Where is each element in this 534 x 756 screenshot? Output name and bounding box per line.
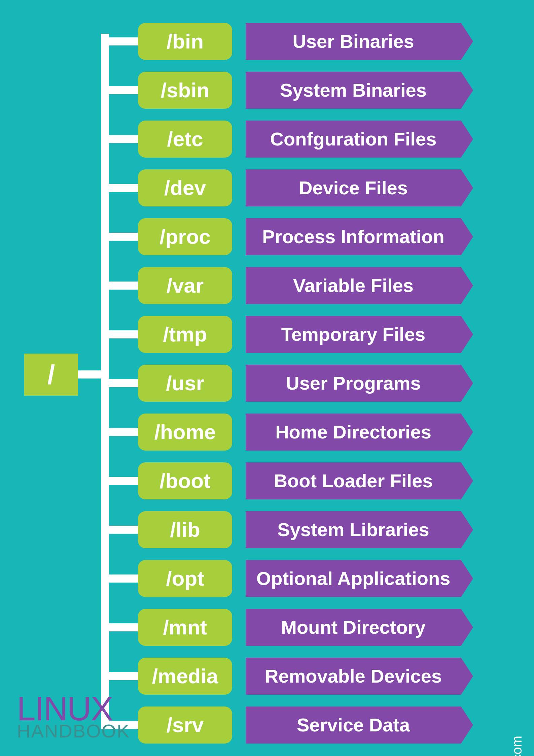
directory-path-node: /lib — [138, 511, 232, 548]
brand-logo: LINUX HANDBOOK — [17, 694, 130, 739]
directory-description-label: Temporary Files — [281, 323, 425, 345]
directory-row: /bootBoot Loader Files — [101, 456, 464, 505]
directory-row: /homeHome Directories — [101, 407, 464, 456]
brand-line2: HANDBOOK — [17, 723, 130, 739]
tree-branch — [101, 282, 138, 290]
directory-description-node: Temporary Files — [246, 316, 461, 353]
directory-path-node: /bin — [138, 23, 232, 60]
directory-description-label: Process Information — [262, 226, 444, 248]
directory-path-label: /var — [167, 273, 204, 297]
directory-description-label: Variable Files — [293, 274, 414, 296]
root-directory-label: / — [47, 359, 55, 390]
brand-line1: LINUX — [17, 694, 130, 723]
directory-description-node: Home Directories — [246, 414, 461, 451]
directory-row: /mntMount Directory — [101, 603, 464, 652]
directory-description-label: User Binaries — [292, 30, 414, 52]
directory-row: /etcConfguration Files — [101, 114, 464, 163]
directory-path-node: /sbin — [138, 72, 232, 109]
source-url: linuxhandbook.com — [509, 736, 525, 756]
directory-description-label: User Programs — [286, 372, 421, 394]
directory-description-label: Device Files — [299, 177, 408, 199]
directory-row: /usrUser Programs — [101, 359, 464, 407]
directory-row: /srvService Data — [101, 700, 464, 749]
directory-path-label: /bin — [167, 29, 204, 53]
directory-path-label: /media — [152, 664, 218, 688]
tree-branch — [101, 574, 138, 583]
directory-path-node: /proc — [138, 218, 232, 255]
directory-description-node: User Programs — [246, 365, 461, 402]
tree-branch — [101, 330, 138, 338]
directory-description-node: Service Data — [246, 706, 461, 744]
directory-description-label: Home Directories — [275, 421, 431, 443]
directory-description-label: Removable Devices — [265, 665, 442, 687]
directory-rows: /binUser Binaries/sbinSystem Binaries/et… — [101, 17, 464, 749]
directory-path-label: /home — [154, 420, 216, 444]
tree-branch — [101, 37, 138, 45]
directory-row: /varVariable Files — [101, 261, 464, 310]
directory-path-node: /srv — [138, 706, 232, 744]
directory-path-node: /media — [138, 658, 232, 695]
directory-path-node: /opt — [138, 560, 232, 597]
directory-path-label: /boot — [159, 469, 211, 493]
directory-path-label: /mnt — [163, 615, 207, 639]
tree-branch — [101, 233, 138, 241]
directory-description-node: System Libraries — [246, 511, 461, 548]
directory-path-node: /usr — [138, 365, 232, 402]
directory-path-node: /mnt — [138, 609, 232, 646]
root-directory-node: / — [24, 354, 78, 396]
directory-description-label: Service Data — [297, 714, 410, 736]
directory-description-label: System Libraries — [277, 519, 429, 540]
directory-description-node: Boot Loader Files — [246, 462, 461, 499]
directory-path-label: /opt — [166, 566, 204, 590]
directory-row: /binUser Binaries — [101, 17, 464, 66]
directory-row: /procProcess Information — [101, 212, 464, 261]
directory-row: /devDevice Files — [101, 163, 464, 212]
tree-branch — [101, 428, 138, 436]
directory-path-label: /srv — [167, 713, 204, 737]
directory-description-label: Mount Directory — [281, 616, 425, 638]
directory-description-node: Device Files — [246, 169, 461, 206]
directory-row: /sbinSystem Binaries — [101, 66, 464, 114]
directory-path-label: /dev — [164, 176, 206, 200]
directory-row: /libSystem Libraries — [101, 505, 464, 554]
directory-description-label: Confguration Files — [270, 128, 437, 150]
directory-description-node: User Binaries — [246, 23, 461, 60]
tree-branch — [101, 526, 138, 534]
directory-path-node: /tmp — [138, 316, 232, 353]
directory-path-node: /etc — [138, 121, 232, 158]
directory-description-label: System Binaries — [280, 79, 427, 101]
directory-path-label: /etc — [167, 127, 203, 151]
directory-path-label: /sbin — [161, 78, 210, 102]
directory-description-node: Confguration Files — [246, 121, 461, 158]
tree-branch — [101, 477, 138, 485]
directory-path-node: /dev — [138, 169, 232, 206]
directory-row: /tmpTemporary Files — [101, 310, 464, 359]
directory-description-node: Optional Applications — [246, 560, 461, 597]
directory-description-node: System Binaries — [246, 72, 461, 109]
directory-description-node: Mount Directory — [246, 609, 461, 646]
directory-path-label: /proc — [159, 225, 211, 249]
directory-description-node: Process Information — [246, 218, 461, 255]
directory-path-label: /usr — [166, 371, 204, 395]
directory-path-node: /var — [138, 267, 232, 304]
tree-branch — [101, 623, 138, 631]
tree-branch — [101, 135, 138, 143]
directory-description-node: Removable Devices — [246, 658, 461, 695]
directory-path-label: /tmp — [163, 322, 207, 346]
directory-path-node: /boot — [138, 462, 232, 499]
directory-description-label: Boot Loader Files — [274, 470, 433, 492]
directory-path-label: /lib — [170, 518, 200, 541]
tree-branch — [101, 379, 138, 387]
directory-description-label: Optional Applications — [256, 567, 451, 589]
tree-branch — [101, 672, 138, 680]
directory-description-node: Variable Files — [246, 267, 461, 304]
directory-path-node: /home — [138, 414, 232, 451]
tree-branch — [101, 86, 138, 94]
directory-row: /mediaRemovable Devices — [101, 652, 464, 700]
directory-row: /optOptional Applications — [101, 554, 464, 603]
tree-branch — [101, 184, 138, 192]
